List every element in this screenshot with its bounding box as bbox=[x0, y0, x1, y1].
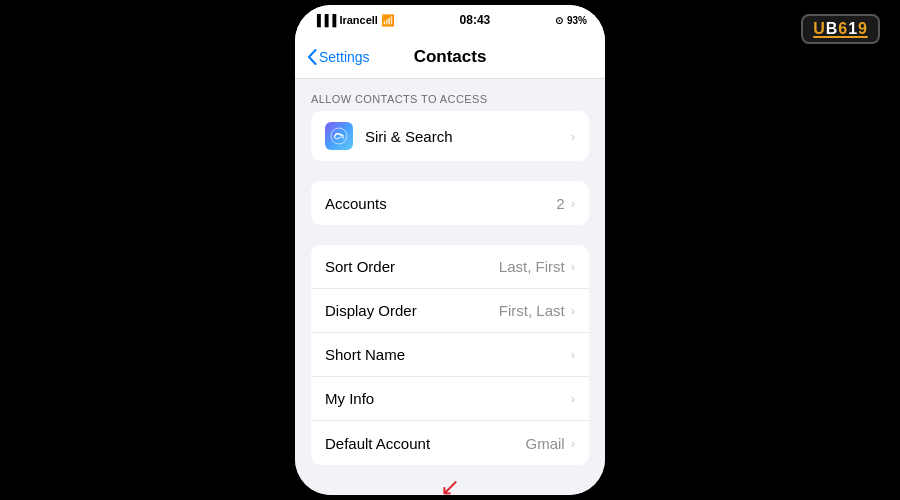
accounts-chevron-icon: › bbox=[571, 196, 575, 211]
accounts-item[interactable]: Accounts 2 › bbox=[311, 181, 589, 225]
allow-section-label: ALLOW CONTACTS TO ACCESS bbox=[295, 79, 605, 111]
display-order-value: First, Last bbox=[499, 302, 565, 319]
default-account-item[interactable]: Default Account Gmail › bbox=[311, 421, 589, 465]
default-account-label: Default Account bbox=[325, 435, 525, 452]
siri-search-item[interactable]: Siri & Search › bbox=[311, 111, 589, 161]
status-right: ⊙ 93% bbox=[555, 15, 587, 26]
logo-underline bbox=[813, 36, 868, 38]
nav-bar: Settings Contacts bbox=[295, 35, 605, 79]
spacer-1 bbox=[295, 169, 605, 181]
wifi-icon: 📶 bbox=[381, 14, 395, 27]
signal-icon: ▐▐▐ bbox=[313, 14, 336, 26]
status-time: 08:43 bbox=[460, 13, 491, 27]
siri-search-label: Siri & Search bbox=[365, 128, 569, 145]
red-arrow-icon: ↙ bbox=[440, 473, 460, 495]
carrier-name: Irancell bbox=[339, 14, 378, 26]
default-account-value: Gmail bbox=[525, 435, 564, 452]
display-order-item[interactable]: Display Order First, Last › bbox=[311, 289, 589, 333]
phone-frame: ▐▐▐ Irancell 📶 08:43 ⊙ 93% Settings Cont… bbox=[295, 5, 605, 495]
allow-section-group: Siri & Search › bbox=[311, 111, 589, 161]
accounts-group: Accounts 2 › bbox=[311, 181, 589, 225]
my-info-item[interactable]: My Info › bbox=[311, 377, 589, 421]
display-order-label: Display Order bbox=[325, 302, 499, 319]
arrow-spacer: ↙ bbox=[295, 473, 605, 495]
siri-chevron-icon: › bbox=[571, 129, 575, 144]
battery-level: 93% bbox=[567, 15, 587, 26]
back-button[interactable]: Settings bbox=[307, 49, 370, 65]
back-label: Settings bbox=[319, 49, 370, 65]
status-bar: ▐▐▐ Irancell 📶 08:43 ⊙ 93% bbox=[295, 5, 605, 35]
logo-b: B bbox=[826, 20, 839, 37]
logo-u: U bbox=[813, 20, 826, 37]
svg-point-0 bbox=[331, 128, 347, 144]
content-scroll[interactable]: ALLOW CONTACTS TO ACCESS Siri & Search ›… bbox=[295, 79, 605, 495]
logo-6: 6 bbox=[838, 20, 848, 37]
my-info-chevron-icon: › bbox=[571, 391, 575, 406]
lock-icon: ⊙ bbox=[555, 15, 563, 26]
short-name-chevron-icon: › bbox=[571, 347, 575, 362]
my-info-label: My Info bbox=[325, 390, 569, 407]
back-chevron-icon bbox=[307, 49, 317, 65]
logo-badge: UB619 bbox=[801, 14, 880, 44]
short-name-item[interactable]: Short Name › bbox=[311, 333, 589, 377]
accounts-label: Accounts bbox=[325, 195, 556, 212]
logo-1: 1 bbox=[848, 20, 858, 37]
settings-group: Sort Order Last, First › Display Order F… bbox=[311, 245, 589, 465]
accounts-value: 2 bbox=[556, 195, 564, 212]
siri-icon bbox=[325, 122, 353, 150]
siri-graphic bbox=[330, 127, 348, 145]
sort-order-chevron-icon: › bbox=[571, 259, 575, 274]
nav-title: Contacts bbox=[414, 47, 487, 67]
spacer-2 bbox=[295, 233, 605, 245]
status-left: ▐▐▐ Irancell 📶 bbox=[313, 14, 395, 27]
sort-order-item[interactable]: Sort Order Last, First › bbox=[311, 245, 589, 289]
display-order-chevron-icon: › bbox=[571, 303, 575, 318]
sort-order-value: Last, First bbox=[499, 258, 565, 275]
sort-order-label: Sort Order bbox=[325, 258, 499, 275]
logo-9: 9 bbox=[858, 20, 868, 37]
default-account-chevron-icon: › bbox=[571, 436, 575, 451]
short-name-label: Short Name bbox=[325, 346, 569, 363]
